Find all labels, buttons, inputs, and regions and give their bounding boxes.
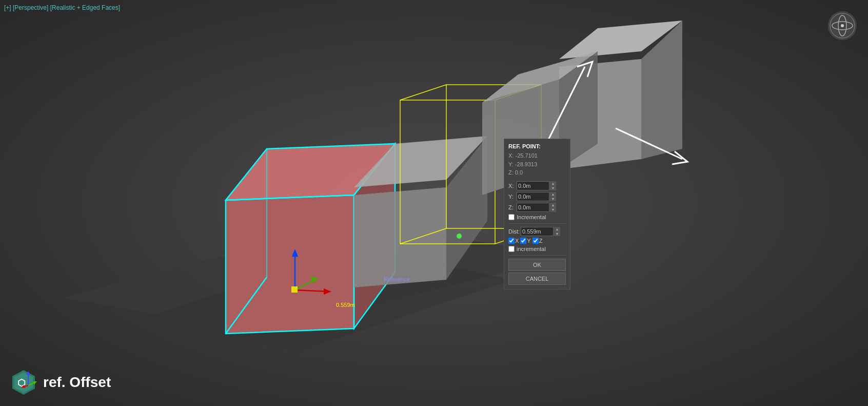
z-input-row: Z: ▲ ▼	[508, 203, 566, 212]
y-spin-up[interactable]: ▲	[550, 192, 556, 197]
z-axis-checkbox[interactable]	[532, 238, 539, 244]
axis-indicator	[18, 368, 38, 388]
divider	[508, 223, 566, 224]
ok-button[interactable]: OK	[508, 259, 566, 271]
z-label: Z:	[508, 204, 517, 210]
x-spin-up[interactable]: ▲	[550, 181, 556, 186]
y-input[interactable]	[517, 192, 549, 201]
z-spinner[interactable]: ▲ ▼	[550, 203, 556, 212]
incremental-label-1: Incremental	[517, 214, 546, 220]
reference-label: Reference	[384, 276, 410, 282]
dist-spin-up[interactable]: ▲	[554, 227, 560, 231]
incremental-checkbox-2[interactable]	[508, 246, 515, 252]
y-label: Y:	[508, 194, 517, 200]
scene-canvas: 0.559m Reference	[0, 0, 868, 406]
plugin-title: ref. Offset	[43, 374, 111, 391]
svg-point-48	[457, 234, 462, 239]
dist-label: Dist:	[508, 228, 520, 235]
svg-rect-47	[291, 286, 298, 293]
dialog-title: REF. POINT:	[508, 143, 566, 149]
x-axis-checkbox[interactable]	[508, 238, 515, 244]
dist-input[interactable]	[521, 227, 554, 236]
dist-spinner[interactable]: ▲ ▼	[554, 227, 560, 236]
x-input[interactable]	[517, 181, 549, 190]
x-axis-label: X	[515, 238, 519, 244]
viewport-label: [+] [Perspective] [Realistic + Edged Fac…	[4, 4, 120, 11]
nav-gizmo[interactable]	[827, 10, 858, 41]
z-spin-up[interactable]: ▲	[550, 203, 556, 207]
z-axis-item: Z	[532, 238, 543, 244]
dist-label: 0.559m	[336, 302, 355, 308]
svg-marker-59	[21, 385, 25, 388]
ref-z: Z: 0.0	[508, 168, 566, 177]
axis-checkboxes: X Y Z	[508, 238, 566, 244]
incremental-checkbox-1[interactable]	[508, 214, 515, 220]
ref-point-values: X: -25.7101 Y: -28.9313 Z: 0.0	[508, 151, 566, 177]
y-spin-down[interactable]: ▼	[550, 197, 556, 201]
dist-spin-down[interactable]: ▼	[554, 231, 560, 236]
ref-x: X: -25.7101	[508, 151, 566, 160]
incremental-row-1: Incremental	[508, 214, 566, 220]
divider-2	[508, 255, 566, 256]
cancel-button[interactable]: CANCEL	[508, 273, 566, 285]
incremental-row-2: incremental	[508, 246, 566, 252]
y-spinner[interactable]: ▲ ▼	[550, 192, 556, 201]
svg-point-53	[841, 24, 844, 27]
x-spinner[interactable]: ▲ ▼	[550, 181, 556, 190]
z-spin-down[interactable]: ▼	[550, 207, 556, 212]
x-label: X:	[508, 183, 517, 189]
x-input-row: X: ▲ ▼	[508, 181, 566, 190]
svg-marker-13	[226, 195, 354, 334]
y-axis-label: Y	[527, 238, 530, 244]
ref-y: Y: -28.9313	[508, 160, 566, 169]
bottom-left: ⬡ ref. Offset	[10, 369, 111, 396]
z-input[interactable]	[517, 203, 549, 212]
z-axis-label: Z	[539, 238, 543, 244]
dist-row: Dist: ▲ ▼	[508, 227, 566, 236]
incremental-label-2: incremental	[517, 246, 546, 252]
viewport: 0.559m Reference	[0, 0, 868, 406]
svg-marker-55	[26, 371, 30, 375]
x-axis-item: X	[508, 238, 519, 244]
y-axis-item: Y	[520, 238, 530, 244]
y-input-row: Y: ▲ ▼	[508, 192, 566, 201]
dialog-panel: REF. POINT: X: -25.7101 Y: -28.9313 Z: 0…	[504, 139, 570, 289]
y-axis-checkbox[interactable]	[520, 238, 526, 244]
x-spin-down[interactable]: ▼	[550, 186, 556, 190]
